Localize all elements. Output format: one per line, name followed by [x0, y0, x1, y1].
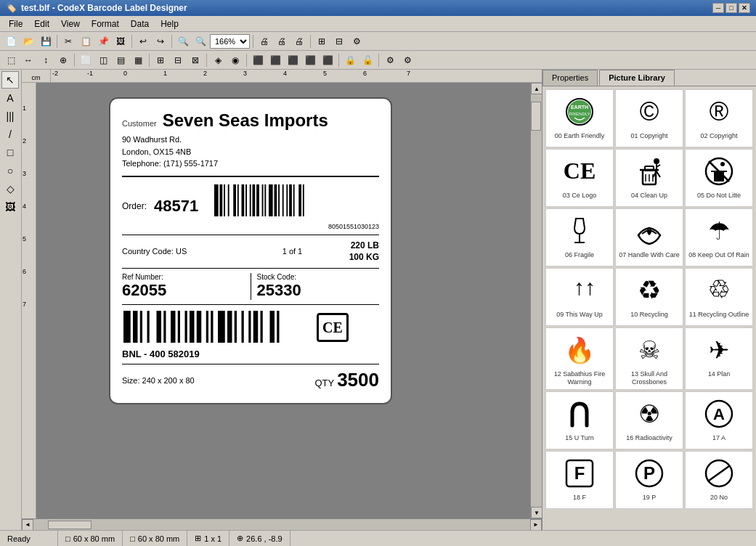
- open-button[interactable]: 📂: [20, 33, 36, 49]
- close-button[interactable]: ✕: [739, 3, 750, 13]
- coords-icon: ⊕: [237, 534, 243, 543]
- pic-09-this-way-up[interactable]: ↑↑ 09 This Way Up: [545, 268, 614, 326]
- horizontal-scrollbar[interactable]: ◄ ►: [22, 518, 542, 530]
- zoom-in-button[interactable]: 🔍: [192, 33, 208, 49]
- tb2-13[interactable]: ◉: [227, 52, 243, 68]
- vscroll-up[interactable]: ▲: [531, 83, 542, 94]
- menu-help[interactable]: Help: [155, 17, 184, 30]
- barcode-tool[interactable]: |||: [1, 107, 19, 125]
- menu-data[interactable]: Data: [125, 17, 155, 30]
- tab-properties[interactable]: Properties: [542, 70, 598, 86]
- pic-18-f[interactable]: F 18 F: [545, 451, 614, 509]
- pic-19-p[interactable]: P 19 P: [615, 451, 683, 509]
- new-button[interactable]: 📄: [3, 33, 19, 49]
- tb2-lock1[interactable]: 🔒: [342, 52, 358, 68]
- svg-rect-38: [242, 311, 244, 343]
- pic-10-recycling[interactable]: ♻ 10 Recycling: [615, 268, 683, 326]
- hscroll-left[interactable]: ◄: [22, 519, 33, 531]
- select-tool[interactable]: ↖: [1, 71, 19, 89]
- tb2-align3[interactable]: ⬛: [285, 52, 301, 68]
- pic-17-a[interactable]: A 17 A: [685, 391, 753, 449]
- minimize-button[interactable]: ─: [712, 3, 724, 13]
- pic-06-fragile[interactable]: 06 Fragile: [545, 208, 614, 266]
- pic-12-fire-warning[interactable]: 🔥 12 Sabathius Fire Warning: [545, 327, 614, 390]
- tb-print1[interactable]: 🖨: [256, 33, 272, 49]
- tb-settings[interactable]: ⚙: [349, 33, 365, 49]
- tb2-extra2[interactable]: ⚙: [399, 52, 415, 68]
- pic-02-copyright[interactable]: ® 02 Copyright: [685, 89, 753, 147]
- do-not-litter-icon: [697, 152, 741, 190]
- tb-grid2[interactable]: ⊟: [331, 33, 347, 49]
- tb2-1[interactable]: ⬚: [3, 52, 19, 68]
- pic-14-plane[interactable]: ✈ 14 Plan: [685, 327, 753, 390]
- pic-13-skull[interactable]: ☠ 13 Skull And Crossbones: [615, 327, 683, 390]
- ellipse-tool[interactable]: ○: [1, 162, 19, 179]
- menu-format[interactable]: Format: [86, 17, 125, 30]
- tb2-11[interactable]: ⊠: [187, 52, 203, 68]
- tb2-align1[interactable]: ⬛: [250, 52, 266, 68]
- pic-08-keep-out-of-rain[interactable]: ☂ 08 Keep Out Of Rain: [685, 208, 753, 266]
- tb2-10[interactable]: ⊟: [170, 52, 186, 68]
- tb2-align2[interactable]: ⬛: [267, 52, 283, 68]
- pic-03-ce-logo[interactable]: CE 03 Ce Logo: [545, 149, 614, 207]
- zoom-select[interactable]: 166%: [210, 34, 250, 49]
- title-bar: 🏷️ test.blf - CodeX Barcode Label Design…: [0, 0, 756, 16]
- line-tool[interactable]: /: [1, 126, 19, 143]
- pic-07-handle-with-care[interactable]: 07 Handle With Care: [615, 208, 683, 266]
- tb2-7[interactable]: ▤: [113, 52, 129, 68]
- svg-rect-37: [235, 311, 237, 343]
- tb2-8[interactable]: ▦: [130, 52, 146, 68]
- pic-05-do-not-litter[interactable]: 05 Do Not Litte: [685, 149, 753, 207]
- pic-01-copyright[interactable]: © 01 Copyright: [615, 89, 683, 147]
- image-tool[interactable]: 🖼: [1, 198, 19, 216]
- tb2-3[interactable]: ↕: [38, 52, 54, 68]
- rect-tool[interactable]: □: [1, 144, 19, 161]
- undo-button[interactable]: ↩: [135, 33, 151, 49]
- hscroll-thumb[interactable]: [48, 521, 92, 529]
- tb7[interactable]: 🖼: [113, 33, 129, 49]
- picture-library[interactable]: EARTH FRIENDLY 00 Earth Friendly © 01 Co…: [542, 86, 756, 530]
- tb-grid[interactable]: ⊞: [314, 33, 330, 49]
- pic-15-u-turn[interactable]: 15 U Turn: [545, 391, 614, 449]
- menu-view[interactable]: View: [55, 17, 86, 30]
- tb2-2[interactable]: ↔: [20, 52, 36, 68]
- cut-button[interactable]: ✂: [60, 33, 76, 49]
- tb2-12[interactable]: ◈: [210, 52, 226, 68]
- save-button[interactable]: 💾: [38, 33, 54, 49]
- tb2-lock2[interactable]: 🔓: [359, 52, 375, 68]
- redo-button[interactable]: ↪: [153, 33, 168, 49]
- copy-button[interactable]: 📋: [78, 33, 94, 49]
- paste-button[interactable]: 📌: [95, 33, 111, 49]
- tb2-6[interactable]: ◫: [95, 52, 111, 68]
- vertical-scrollbar[interactable]: ▲ ▼: [530, 83, 542, 518]
- zoom-out-button[interactable]: 🔍: [175, 33, 191, 49]
- vscroll-down[interactable]: ▼: [531, 507, 542, 518]
- tb2-5[interactable]: ⬜: [78, 52, 94, 68]
- tb-print3[interactable]: 🖨: [291, 33, 307, 49]
- window-controls[interactable]: ─ □ ✕: [712, 3, 750, 13]
- pic-00-earth-friendly[interactable]: EARTH FRIENDLY 00 Earth Friendly: [545, 89, 614, 147]
- tab-picture-library[interactable]: Picture Library: [599, 70, 675, 86]
- vscroll-thumb[interactable]: [531, 102, 541, 131]
- tb2-4[interactable]: ⊕: [55, 52, 71, 68]
- tb2-extra1[interactable]: ⚙: [382, 52, 398, 68]
- pic-20-no[interactable]: 20 No: [685, 451, 753, 509]
- tb2-9[interactable]: ⊞: [153, 52, 168, 68]
- menu-file[interactable]: File: [3, 17, 28, 30]
- hscroll-track[interactable]: [33, 521, 530, 529]
- text-tool[interactable]: A: [1, 89, 19, 107]
- tb2-align4[interactable]: ⬛: [302, 52, 318, 68]
- hscroll-right[interactable]: ►: [530, 519, 542, 531]
- tb-print2[interactable]: 🖨: [274, 33, 290, 49]
- menu-edit[interactable]: Edit: [28, 17, 55, 30]
- pic-11-recycling-outline[interactable]: ♻ 11 Recycling Outline: [685, 268, 753, 326]
- pic-04-clean-up[interactable]: 04 Clean Up: [615, 149, 683, 207]
- canvas-scroll[interactable]: Customer Seven Seas Imports 90 Wadhurst …: [36, 83, 530, 518]
- sep2: [131, 35, 132, 48]
- vscroll-track[interactable]: [531, 94, 542, 507]
- pic-16-radioactivity[interactable]: ☢ 16 Radioactivity: [615, 391, 683, 449]
- tb2-align5[interactable]: ⬛: [320, 52, 336, 68]
- svg-rect-29: [178, 311, 180, 343]
- shape-tool[interactable]: ◇: [1, 180, 19, 197]
- maximize-button[interactable]: □: [725, 3, 737, 13]
